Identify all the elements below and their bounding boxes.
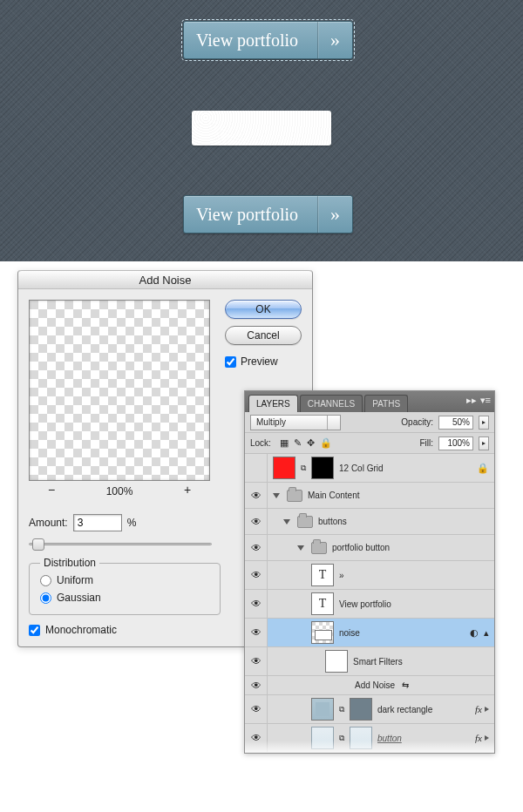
layer-row-button-shape[interactable]: 👁 ⧉ button fx: [245, 724, 494, 753]
visibility-toggle[interactable]: 👁: [245, 695, 268, 723]
preview-checkbox[interactable]: [225, 356, 236, 368]
layer-row-view-portfolio[interactable]: 👁 T View portfolio: [245, 590, 494, 619]
visibility-toggle[interactable]: 👁: [245, 647, 268, 675]
lock-transparency-icon[interactable]: ▦: [280, 437, 289, 449]
tab-paths[interactable]: PATHS: [364, 395, 408, 412]
blend-mode-select[interactable]: Multiply ▲▼: [250, 415, 341, 430]
select-arrows-icon: ▲▼: [331, 417, 337, 428]
zoom-out-button[interactable]: −: [44, 484, 58, 498]
uniform-label: Uniform: [57, 574, 93, 586]
layer-thumb: [311, 727, 334, 749]
fill-label: Fill:: [419, 438, 433, 448]
button-divider: [317, 196, 318, 233]
visibility-toggle[interactable]: 👁: [245, 590, 268, 618]
mask-link-icon: ⧉: [301, 464, 306, 472]
layer-row-portfolio-button[interactable]: 👁 portfolio button: [245, 535, 494, 561]
collapse-icon[interactable]: ▸▸: [466, 395, 477, 406]
layer-row-noise[interactable]: 👁 noise ◐ ▴: [245, 619, 494, 647]
visibility-toggle[interactable]: 👁: [245, 535, 268, 560]
layer-row-chevron[interactable]: 👁 T »: [245, 561, 494, 590]
visibility-toggle[interactable]: 👁: [245, 561, 268, 589]
text-layer-thumb: T: [311, 564, 334, 586]
dialog-title: Add Noise: [18, 270, 312, 289]
panel-menu-icon[interactable]: ▾≡: [480, 395, 491, 406]
gaussian-radio[interactable]: [40, 592, 51, 604]
visibility-toggle[interactable]: 👁: [245, 676, 268, 694]
tab-layers[interactable]: LAYERS: [248, 395, 298, 412]
ok-button[interactable]: OK: [225, 300, 302, 319]
distribution-legend: Distribution: [40, 557, 99, 569]
lock-icon: 🔒: [477, 463, 489, 474]
layer-label: Smart Filters: [353, 657, 403, 667]
layer-row-dark-rectangle[interactable]: 👁 ⧉ dark rectangle fx: [245, 695, 494, 724]
fill-input[interactable]: 100%: [438, 436, 473, 450]
amount-label: Amount:: [29, 517, 68, 529]
preview-checkbox-row[interactable]: Preview: [225, 355, 302, 368]
uniform-radio[interactable]: [40, 575, 51, 586]
mask-link-icon: ⧉: [339, 734, 344, 742]
portfolio-button[interactable]: View portfolio »: [183, 195, 353, 233]
preview-label: Preview: [241, 355, 278, 368]
layer-row-buttons[interactable]: 👁 buttons: [245, 509, 494, 535]
visibility-toggle[interactable]: 👁: [245, 483, 268, 508]
zoom-in-button[interactable]: +: [180, 484, 194, 498]
portfolio-button-selected[interactable]: View portfolio »: [183, 21, 353, 59]
visibility-toggle[interactable]: [245, 454, 268, 482]
layers-panel: LAYERS CHANNELS PATHS ▸▸ ▾≡ Multiply ▲▼ …: [244, 390, 495, 754]
smart-filter-twisty-icon[interactable]: ▴: [484, 627, 489, 638]
layer-label: Main Content: [308, 491, 359, 500]
smart-object-thumb: [311, 621, 334, 644]
opacity-input[interactable]: 50%: [438, 416, 473, 430]
twisty-icon[interactable]: [297, 545, 304, 551]
portfolio-button-label: View portfolio: [196, 205, 298, 225]
text-layer-thumb: T: [311, 592, 334, 615]
twisty-icon[interactable]: [283, 519, 290, 524]
lock-position-icon[interactable]: ✥: [307, 437, 315, 449]
noise-texture-block: [192, 111, 331, 145]
gaussian-label: Gaussian: [57, 592, 101, 604]
tab-channels[interactable]: CHANNELS: [300, 395, 363, 412]
chevron-right-icon: »: [330, 203, 340, 226]
opacity-stepper[interactable]: ▸: [479, 416, 489, 430]
monochromatic-checkbox[interactable]: [29, 625, 40, 636]
layer-row-main-content[interactable]: 👁 Main Content: [245, 483, 494, 509]
visibility-toggle[interactable]: 👁: [245, 619, 268, 646]
preview-image: [29, 300, 210, 481]
uniform-option[interactable]: Uniform: [40, 574, 209, 586]
fx-label: fx: [475, 704, 482, 714]
lock-paint-icon[interactable]: ✎: [294, 437, 302, 449]
layer-row-add-noise-filter[interactable]: 👁 Add Noise ⇆: [245, 676, 494, 695]
layer-row-grid[interactable]: ⧉ 12 Col Grid 🔒: [245, 454, 494, 483]
layer-label: button: [377, 734, 402, 743]
layer-label: View portfolio: [339, 599, 391, 609]
layer-label: »: [339, 571, 344, 580]
layer-mask-thumb: [311, 457, 334, 479]
visibility-toggle[interactable]: 👁: [245, 724, 268, 752]
twisty-icon[interactable]: [273, 493, 280, 498]
vector-mask-thumb: [350, 698, 372, 721]
vector-mask-thumb: [350, 727, 372, 749]
visibility-toggle[interactable]: 👁: [245, 509, 268, 534]
filter-settings-icon[interactable]: ⇆: [402, 680, 409, 690]
blend-mode-value: Multiply: [256, 417, 286, 427]
portfolio-button-label: View portfolio: [196, 30, 298, 51]
fx-twisty-icon[interactable]: [485, 707, 489, 712]
amount-input[interactable]: [73, 514, 122, 531]
fill-stepper[interactable]: ▸: [479, 436, 489, 450]
mask-link-icon: ⧉: [339, 705, 344, 714]
lock-label: Lock:: [250, 438, 271, 448]
distribution-fieldset: Distribution Uniform Gaussian: [29, 563, 221, 615]
amount-unit: %: [127, 517, 137, 529]
layer-row-smart-filters[interactable]: 👁 Smart Filters: [245, 647, 494, 676]
smart-filter-indicator-icon: ◐: [470, 627, 479, 638]
cancel-button[interactable]: Cancel: [225, 326, 302, 345]
amount-slider[interactable]: [29, 537, 212, 551]
design-canvas: View portfolio » View portfolio »: [0, 0, 523, 261]
folder-icon: [287, 490, 302, 502]
slider-thumb[interactable]: [32, 538, 44, 551]
layer-label: dark rectangle: [377, 705, 432, 714]
fx-twisty-icon[interactable]: [485, 735, 489, 741]
folder-icon: [311, 542, 327, 554]
gaussian-option[interactable]: Gaussian: [40, 592, 209, 604]
lock-all-icon[interactable]: 🔒: [320, 437, 332, 449]
